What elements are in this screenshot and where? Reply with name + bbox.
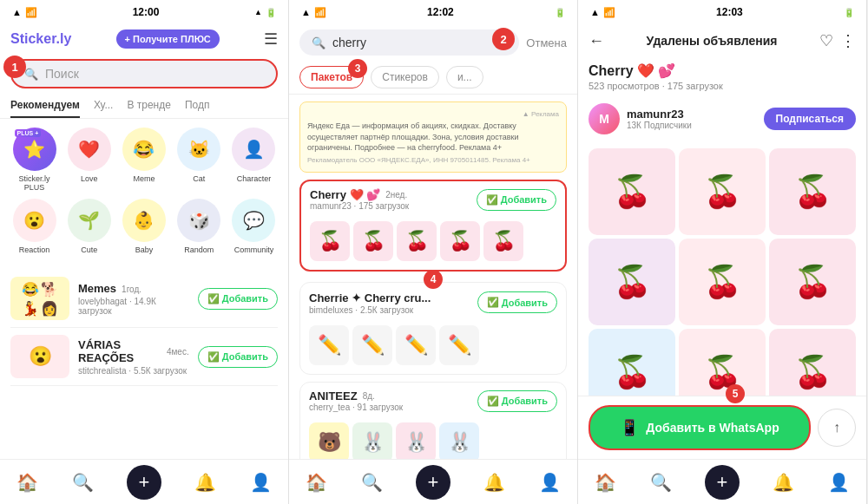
share-icon: ↑ <box>833 420 840 435</box>
status-time-1: 12:00 <box>133 6 160 18</box>
result-aniteez-pack[interactable]: ANITEEZ 8д. cherry_tea · 91 загрузок ✅ Д… <box>299 382 567 459</box>
wa-icon-cherry: ✅ <box>486 194 498 206</box>
detail-sticker-4[interactable]: 🍒 <box>589 239 675 325</box>
follow-button[interactable]: Подписаться <box>764 108 856 130</box>
sticker-cat-meme[interactable]: 😂 Meme <box>120 128 168 192</box>
plus-button[interactable]: + Получите ПЛЮС <box>116 29 220 49</box>
nav-home-2[interactable]: 🏠 <box>306 472 327 493</box>
result-cherry-pack[interactable]: Cherry ❤️ 💕 2нед. mamunr23 · 175 загрузо… <box>299 180 567 272</box>
plus-nav-icon: + <box>139 471 150 494</box>
detail-sticker-6[interactable]: 🍒 <box>769 239 856 325</box>
detail-page-title: Удалены объявления <box>611 34 812 48</box>
pack-item-varias[interactable]: 😮 VÁRIAS REAÇÕES 4мес. stitchrealista · … <box>10 328 278 386</box>
sticker-cat-random[interactable]: 🎲 Random <box>175 199 223 254</box>
nav-search-2[interactable]: 🔍 <box>361 472 383 493</box>
add-pack-varias-button[interactable]: ✅ Добавить <box>198 346 278 368</box>
result-cherrie-pack[interactable]: Cherrie ✦ Cherry cru... bimdeluxes · 2.5… <box>299 282 567 375</box>
add-cherrie-button[interactable]: ✅ Добавить <box>477 291 557 313</box>
tab-subscribed[interactable]: Подп <box>185 94 210 118</box>
nav-bell-2[interactable]: 🔔 <box>483 472 505 493</box>
back-button[interactable]: ← <box>589 32 604 50</box>
sticker-category-grid: ⭐ PLUS + Sticker.ly PLUS ❤️ Love 😂 Meme … <box>0 119 288 263</box>
tab-trending[interactable]: В тренде <box>127 94 170 118</box>
wifi-icon: ▲ <box>12 7 22 17</box>
pack-age-memes: 1год. <box>122 285 141 294</box>
search-nav-icon: 🔍 <box>72 472 94 493</box>
sticker-cat-community[interactable]: 💬 Community <box>230 199 278 254</box>
result-info-cherrie: Cherrie ✦ Cherry cru... bimdeluxes · 2.5… <box>309 290 431 315</box>
battery-3: 🔋 <box>844 8 854 17</box>
add-cherry-button[interactable]: ✅ Добавить <box>477 189 556 211</box>
nav-add-3[interactable]: + <box>705 465 740 500</box>
pack-info-memes: Memes 1год. lovelybhagat · 14.9К загрузо… <box>78 282 189 316</box>
pack-name-varias: VÁRIAS REAÇÕES <box>78 338 161 364</box>
bell-icon: 🔔 <box>194 472 216 493</box>
detail-author: M mamunr23 13К Подписчики Подписаться <box>578 96 866 141</box>
ad-text: Яндекс Еда — информация об акциях, скидк… <box>307 121 559 154</box>
result-stickers-aniteez: 🐻 🐰 🐰 🐰 <box>300 419 566 459</box>
more-button[interactable]: ⋮ <box>840 31 856 50</box>
nav-add-1[interactable]: + <box>127 465 161 500</box>
nav-search-3[interactable]: 🔍 <box>650 472 672 493</box>
result-title-cherry: Cherry ❤️ 💕 <box>310 188 380 201</box>
add-label-varias: Добавить <box>222 351 268 362</box>
detail-sticker-1[interactable]: 🍒 <box>589 148 675 235</box>
nav-bell-3[interactable]: 🔔 <box>773 472 794 493</box>
sticker-aniteez-1: 🐻 <box>309 422 349 459</box>
profile-icon-3: 👤 <box>828 472 850 493</box>
nav-add-2[interactable]: + <box>416 465 450 500</box>
add-whatsapp-button[interactable]: 📱 Добавить в WhatsApp <box>589 405 811 450</box>
search-bar[interactable]: 🔍 Поиск <box>10 59 278 88</box>
nav-bell-1[interactable]: 🔔 <box>194 472 216 493</box>
nav-profile-3[interactable]: 👤 <box>828 472 850 493</box>
sticker-aniteez-4: 🐰 <box>439 422 479 459</box>
status-time-3: 12:03 <box>716 6 743 18</box>
sticker-cat-baby[interactable]: 👶 Baby <box>120 199 168 254</box>
detail-sticker-3[interactable]: 🍒 <box>769 148 856 235</box>
detail-sticker-8[interactable]: 🍒 <box>679 329 766 396</box>
search-input-box[interactable]: 🔍 cherry ✕ <box>299 29 519 56</box>
tab-recommended[interactable]: Рекомендуем <box>10 94 80 118</box>
bottom-nav-1: 🏠 🔍 + 🔔 👤 <box>0 459 288 504</box>
heart-button[interactable]: ♡ <box>819 31 833 50</box>
sticker-cat-cute[interactable]: 🌱 Cute <box>65 199 113 254</box>
nav-search-1[interactable]: 🔍 <box>72 472 94 493</box>
nav-profile-2[interactable]: 👤 <box>539 472 561 493</box>
pack-item-memes[interactable]: 😂🐕💃👩 Memes 1год. lovelybhagat · 14.9К за… <box>10 270 278 328</box>
detail-sticker-5[interactable]: 🍒 <box>679 239 766 325</box>
search-nav-icon-2: 🔍 <box>361 472 383 493</box>
badge-4-visible: 4 <box>424 270 443 289</box>
add-pack-memes-button[interactable]: ✅ Добавить <box>198 288 278 310</box>
filter-stickers[interactable]: Стикеров <box>371 66 439 88</box>
plus-nav-icon-2: + <box>428 471 439 494</box>
sticker-cat-cat[interactable]: 🐱 Cat <box>175 128 223 192</box>
detail-sticker-9[interactable]: 🍒 <box>769 329 856 396</box>
pack-name-memes: Memes <box>78 282 116 295</box>
plus-label: + Получите ПЛЮС <box>125 34 211 44</box>
search-results: Cherry ❤️ 💕 2нед. mamunr23 · 175 загрузо… <box>289 180 577 459</box>
nav-home-3[interactable]: 🏠 <box>595 472 616 493</box>
add-wa-label: Добавить в WhatsApp <box>646 421 779 435</box>
share-button[interactable]: ↑ <box>818 409 856 447</box>
nav-profile-1[interactable]: 👤 <box>250 472 272 493</box>
category-tabs: Рекомендуем Ху... В тренде Подп <box>0 94 288 119</box>
hamburger-icon[interactable]: ☰ <box>264 29 278 49</box>
sticker-cat-reaction[interactable]: 😮 Reaction <box>10 199 58 254</box>
detail-sticker-7[interactable]: 🍒 <box>589 329 675 396</box>
sticker-cherrie-3: ✏️ <box>396 325 436 365</box>
sticker-cat-plus[interactable]: ⭐ PLUS + Sticker.ly PLUS <box>10 128 58 192</box>
wa-icon-aniteez: ✅ <box>487 396 499 407</box>
sticker-cat-love[interactable]: ❤️ Love <box>65 128 113 192</box>
nav-home-1[interactable]: 🏠 <box>16 472 38 493</box>
app-header: Sticker.ly + Получите ПЛЮС ☰ <box>0 24 288 54</box>
cancel-button[interactable]: Отмена <box>526 36 567 49</box>
add-aniteez-button[interactable]: ✅ Добавить <box>477 390 557 412</box>
detail-sticker-2[interactable]: 🍒 <box>679 148 766 235</box>
result-info-aniteez: ANITEEZ 8д. cherry_tea · 91 загрузок <box>309 389 403 412</box>
tab-art[interactable]: Ху... <box>94 94 114 118</box>
sticker-cherrie-4: ✏️ <box>439 325 479 365</box>
sticker-cat-character[interactable]: 👤 Character <box>230 128 278 192</box>
filter-other[interactable]: и... <box>446 66 483 88</box>
sticker-cherrie-1: ✏️ <box>309 325 349 365</box>
result-header-aniteez: ANITEEZ 8д. cherry_tea · 91 загрузок ✅ Д… <box>300 383 566 419</box>
